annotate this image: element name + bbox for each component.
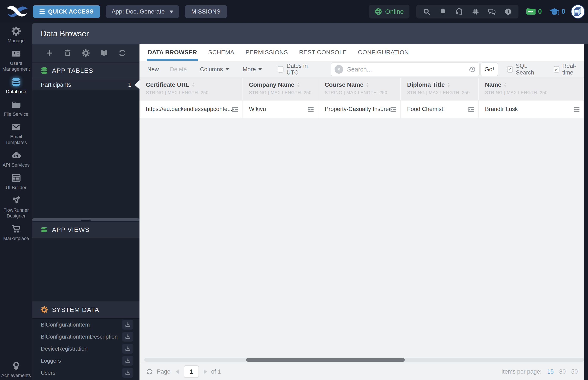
system-gears-icon [40,306,48,314]
horizontal-scrollbar[interactable] [144,358,584,362]
cell-course-name[interactable]: Property-Casualty Insurers [318,100,401,118]
support-headset-icon[interactable] [455,8,463,16]
missions-button[interactable]: MISSIONS [185,5,227,18]
sidebar-item-database[interactable]: Database [0,77,32,95]
new-record-button[interactable]: New [147,66,159,73]
expand-cell-icon[interactable] [232,106,239,113]
dates-utc-checkbox[interactable] [278,66,283,73]
system-table-item[interactable]: Users [32,367,140,379]
refresh-icon[interactable] [146,368,153,375]
delete-record-button[interactable]: Delete [170,66,187,73]
sidebar-item-label: API Services [2,162,30,168]
download-icon [125,346,131,352]
download-button[interactable] [122,332,133,342]
tables-panel: APP TABLES Participants 1 APP VIEWS SYST… [32,44,140,380]
column-header-course-name[interactable]: Course Name STRING | MAX LENGTH: 250 [318,78,401,100]
sidebar-item-users-management[interactable]: Users Management [0,49,32,72]
selected-table-arrow [135,80,140,89]
sort-icon[interactable] [366,83,369,87]
table-row[interactable]: https://eu.backendlessappconte... Wikivu… [140,100,584,118]
expand-cell-icon[interactable] [390,106,397,113]
cell-diploma-title[interactable]: Food Chemist [401,100,478,118]
sidebar-item-label: Users Management [0,60,32,72]
info-icon[interactable] [504,8,512,16]
expand-cell-icon[interactable] [573,106,580,113]
tab-data-browser[interactable]: DATA BROWSER [148,44,197,61]
sort-icon[interactable] [447,83,450,87]
system-table-item[interactable]: BlConfigurationItemDescription [32,331,140,343]
sidebar-item-achievements[interactable]: Achievements [0,361,32,378]
go-button[interactable]: Go! [480,62,498,76]
table-settings-gear-icon[interactable] [82,49,90,57]
table-list-item-participants[interactable]: Participants 1 [32,79,140,90]
page-total-label: of 1 [211,368,221,375]
credits-counter[interactable]: 0 [526,7,542,16]
sidebar-item-ui-builder[interactable]: UI Builder [0,173,32,190]
column-header-company-name[interactable]: Company Name STRING | MAX LENGTH: 250 [242,78,318,100]
chat-icon[interactable] [488,8,496,16]
slack-icon[interactable] [472,8,479,16]
expand-cell-icon[interactable] [468,106,475,113]
cart-icon [11,224,21,234]
download-icon [125,322,131,328]
column-meta: STRING | MAX LENGTH: 250 [407,90,478,95]
search-history-icon[interactable] [468,65,476,73]
sidebar-item-flowrunner-designer[interactable]: FlowRunner Designer [0,196,32,219]
sql-search-checkbox[interactable] [507,66,513,73]
quick-access-button[interactable]: QUICK ACCESS [33,5,100,18]
column-header-name[interactable]: Name STRING | MAX LENGTH: 250 [478,78,584,100]
download-button[interactable] [122,356,133,366]
items-per-page-15[interactable]: 15 [547,368,554,375]
sort-icon[interactable] [192,83,195,87]
topbar: QUICK ACCESS App: DocuGenerate MISSIONS … [0,0,588,23]
cell-company-name[interactable]: Wikivu [242,100,318,118]
system-table-item[interactable]: DeviceRegistration [32,343,140,355]
sidebar-item-manage[interactable]: Manage [0,26,32,44]
column-header-diploma-title[interactable]: Diploma Title STRING | MAX LENGTH: 250 [401,78,478,100]
sidebar-item-email-templates[interactable]: Email Templates [0,122,32,145]
sort-icon[interactable] [297,83,300,87]
notifications-bell-icon[interactable] [439,8,447,16]
sidebar-item-marketplace[interactable]: Marketplace [0,224,32,241]
add-table-icon[interactable] [45,49,54,57]
sidebar-item-file-service[interactable]: File Service [0,100,32,117]
expand-cell-icon[interactable] [308,106,314,113]
system-table-item[interactable]: BlConfigurationItem [32,319,140,331]
sidebar-item-api-services[interactable]: API Services [0,151,32,168]
items-per-page-30[interactable]: 30 [559,368,566,375]
docs-book-icon[interactable] [100,49,108,57]
page-number-input[interactable]: 1 [184,365,199,378]
system-table-name: Users [41,369,55,376]
download-button[interactable] [122,368,133,378]
delete-table-icon[interactable] [64,49,72,57]
panel-splitter-handle[interactable] [32,218,140,221]
download-button[interactable] [122,344,133,354]
next-page-icon[interactable] [204,369,207,374]
tab-configuration[interactable]: CONFIGURATION [358,44,409,61]
backendless-logo[interactable] [5,2,29,21]
tab-permissions[interactable]: PERMISSIONS [245,44,288,61]
columns-dropdown[interactable]: Columns [200,66,229,73]
system-table-item[interactable]: Loggers [32,355,140,367]
download-button[interactable] [122,320,133,330]
prev-page-icon[interactable] [176,369,179,374]
search-input[interactable] [343,66,468,73]
items-per-page-50[interactable]: 50 [571,368,578,375]
tab-schema[interactable]: SCHEMA [208,44,234,61]
search-icon[interactable] [423,8,430,16]
avatar[interactable] [571,4,585,19]
views-server-icon [40,226,48,234]
more-dropdown[interactable]: More [243,66,262,73]
sort-icon[interactable] [504,83,507,87]
clear-search-icon[interactable]: × [334,65,343,74]
tab-rest-console[interactable]: REST CONSOLE [299,44,347,61]
cell-certificate-url[interactable]: https://eu.backendlessappconte... [140,100,242,118]
realtime-checkbox[interactable] [554,66,559,73]
column-header-certificate-url[interactable]: Certificate URL STRING | MAX LENGTH: 250 [140,78,242,100]
cell-name[interactable]: Brandtr Lusk [478,100,584,118]
courses-counter[interactable]: 0 [549,7,565,16]
scrollbar-thumb[interactable] [246,358,405,362]
app-selector[interactable]: App: DocuGenerate [106,5,179,18]
columns-label: Columns [200,66,223,73]
refresh-icon[interactable] [118,49,126,57]
